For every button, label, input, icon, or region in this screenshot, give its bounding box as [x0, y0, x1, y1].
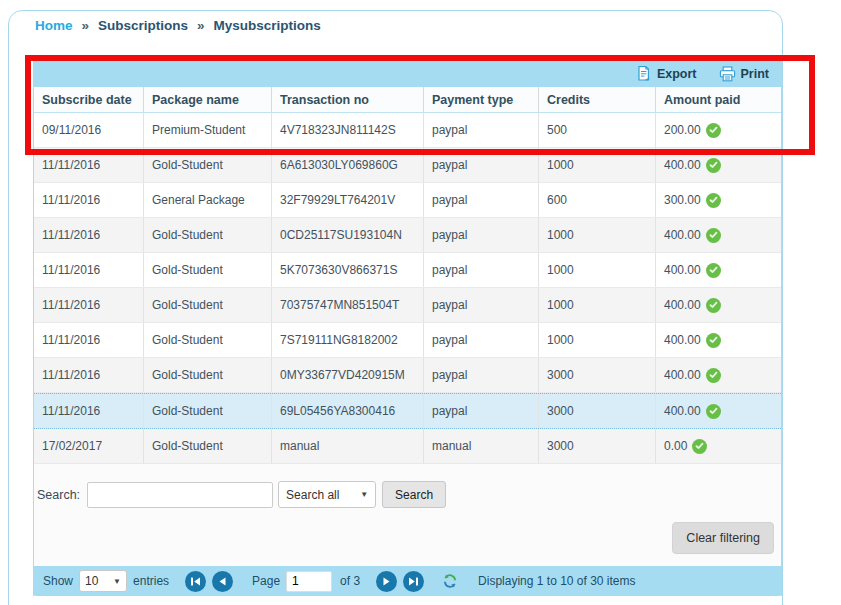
- cell-package-name: Gold-Student: [144, 218, 272, 252]
- cell-credits: 3000: [539, 358, 656, 392]
- previous-page-button[interactable]: [212, 571, 233, 592]
- cell-credits: 1000: [539, 148, 656, 182]
- amount-paid-value: 0.00: [664, 439, 687, 453]
- caret-down-icon: ▼: [360, 490, 368, 499]
- cell-subscribe-date: 17/02/2017: [34, 429, 144, 463]
- cell-credits: 600: [539, 183, 656, 217]
- cell-package-name: Gold-Student: [144, 288, 272, 322]
- cell-amount-paid: 300.00: [656, 183, 781, 217]
- table-row[interactable]: 11/11/2016Gold-Student0CD25117SU193104Np…: [34, 218, 781, 253]
- column-header-transaction-no[interactable]: Transaction no: [272, 87, 424, 112]
- breadcrumb-separator: »: [82, 18, 90, 33]
- table-row[interactable]: 11/11/2016Gold-Student0MY33677VD420915Mp…: [34, 358, 781, 393]
- cell-credits: 1000: [539, 253, 656, 287]
- print-button-label: Print: [741, 67, 769, 81]
- table-row[interactable]: 11/11/2016Gold-Student7S719111NG8182002p…: [34, 323, 781, 358]
- column-header-amount-paid[interactable]: Amount paid: [656, 87, 781, 112]
- cell-transaction-no: 0CD25117SU193104N: [272, 218, 424, 252]
- search-label: Search:: [37, 488, 80, 502]
- cell-transaction-no: manual: [272, 429, 424, 463]
- amount-paid-value: 300.00: [664, 193, 701, 207]
- cell-subscribe-date: 11/11/2016: [34, 148, 144, 182]
- cell-package-name: Gold-Student: [144, 148, 272, 182]
- search-button[interactable]: Search: [382, 481, 446, 508]
- table-row[interactable]: 09/11/2016Premium-Student4V718323JN81114…: [34, 113, 781, 148]
- cell-payment-type: paypal: [424, 218, 539, 252]
- table-row[interactable]: 11/11/2016Gold-Student70375747MN851504Tp…: [34, 288, 781, 323]
- cell-subscribe-date: 09/11/2016: [34, 113, 144, 147]
- print-button[interactable]: Print: [719, 66, 769, 82]
- pagination-status: Displaying 1 to 10 of 30 items: [478, 574, 635, 588]
- page-label: Page: [252, 574, 280, 588]
- total-pages-label: of 3: [340, 574, 360, 588]
- amount-paid-value: 400.00: [664, 263, 701, 277]
- first-page-button[interactable]: [185, 571, 206, 592]
- cell-subscribe-date: 11/11/2016: [34, 288, 144, 322]
- caret-down-icon: ▼: [113, 577, 121, 586]
- refresh-icon: [442, 573, 458, 589]
- cell-transaction-no: 7S719111NG8182002: [272, 323, 424, 357]
- column-header-package-name[interactable]: Package name: [144, 87, 272, 112]
- cell-payment-type: paypal: [424, 113, 539, 147]
- amount-paid-value: 400.00: [664, 368, 701, 382]
- cell-subscribe-date: 11/11/2016: [34, 358, 144, 392]
- cell-payment-type: manual: [424, 429, 539, 463]
- cell-payment-type: paypal: [424, 253, 539, 287]
- check-circle-icon: [706, 228, 721, 243]
- breadcrumb-current-page: Mysubscriptions: [214, 18, 321, 33]
- search-input[interactable]: [87, 482, 273, 508]
- cell-package-name: Gold-Student: [144, 358, 272, 392]
- next-page-button[interactable]: [376, 571, 397, 592]
- cell-payment-type: paypal: [424, 394, 539, 428]
- check-circle-icon: [706, 368, 721, 383]
- column-header-payment-type[interactable]: Payment type: [424, 87, 539, 112]
- table-row[interactable]: 11/11/2016Gold-Student69L05456YA8300416p…: [34, 393, 781, 429]
- subscriptions-table-widget: Export Print Subscribe datePackage nameT…: [33, 60, 782, 596]
- search-scope-select[interactable]: Search all ▼: [278, 481, 376, 508]
- previous-page-icon: [217, 576, 228, 587]
- cell-transaction-no: 69L05456YA8300416: [272, 394, 424, 428]
- breadcrumb-subscriptions-link[interactable]: Subscriptions: [98, 18, 188, 33]
- column-header-subscribe-date[interactable]: Subscribe date: [34, 87, 144, 112]
- cell-subscribe-date: 11/11/2016: [34, 183, 144, 217]
- last-page-icon: [408, 576, 419, 587]
- pagination-bar: Show 10 ▼ entries Page of 3: [33, 566, 782, 596]
- export-document-icon: [635, 65, 652, 82]
- export-button[interactable]: Export: [635, 65, 697, 82]
- export-button-label: Export: [657, 67, 697, 81]
- last-page-button[interactable]: [403, 571, 424, 592]
- table-row[interactable]: 17/02/2017Gold-Studentmanualmanual30000.…: [34, 429, 781, 464]
- cell-payment-type: paypal: [424, 288, 539, 322]
- page-number-input[interactable]: [286, 571, 332, 592]
- table-row[interactable]: 11/11/2016Gold-Student5K7073630V866371Sp…: [34, 253, 781, 288]
- check-circle-icon: [706, 193, 721, 208]
- cell-transaction-no: 32F79929LT764201V: [272, 183, 424, 217]
- cell-amount-paid: 400.00: [656, 288, 781, 322]
- page-size-select[interactable]: 10 ▼: [79, 570, 127, 592]
- cell-transaction-no: 70375747MN851504T: [272, 288, 424, 322]
- next-page-icon: [381, 576, 392, 587]
- breadcrumb-home-link[interactable]: Home: [35, 18, 73, 33]
- page-size-selected-value: 10: [85, 574, 98, 588]
- cell-amount-paid: 400.00: [656, 148, 781, 182]
- table-toolbar: Export Print: [33, 60, 782, 87]
- cell-transaction-no: 4V718323JN811142S: [272, 113, 424, 147]
- check-circle-icon: [706, 263, 721, 278]
- refresh-button[interactable]: [442, 573, 458, 589]
- show-label: Show: [43, 574, 73, 588]
- table-row[interactable]: 11/11/2016Gold-Student6A613030LY069860Gp…: [34, 148, 781, 183]
- cell-payment-type: paypal: [424, 323, 539, 357]
- table-body: 09/11/2016Premium-Student4V718323JN81114…: [34, 113, 781, 464]
- entries-label: entries: [133, 574, 169, 588]
- cell-transaction-no: 6A613030LY069860G: [272, 148, 424, 182]
- cell-credits: 1000: [539, 218, 656, 252]
- clear-filtering-button[interactable]: Clear filtering: [672, 522, 774, 554]
- cell-subscribe-date: 11/11/2016: [34, 253, 144, 287]
- search-filter-section: Search: Search all ▼ Search Clear filter…: [34, 464, 781, 566]
- search-scope-selected-value: Search all: [286, 488, 339, 502]
- cell-package-name: Gold-Student: [144, 394, 272, 428]
- column-header-credits[interactable]: Credits: [539, 87, 656, 112]
- cell-credits: 1000: [539, 288, 656, 322]
- table-row[interactable]: 11/11/2016General Package32F79929LT76420…: [34, 183, 781, 218]
- amount-paid-value: 400.00: [664, 333, 701, 347]
